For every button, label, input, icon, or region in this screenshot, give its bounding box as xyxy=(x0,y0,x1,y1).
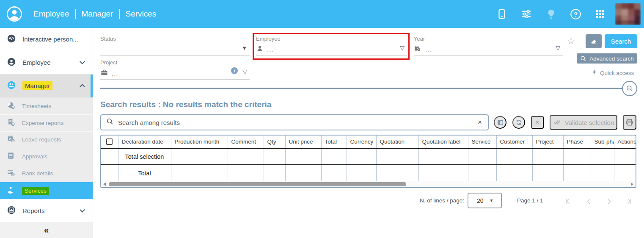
column-header[interactable]: Comment xyxy=(228,136,264,148)
sidebar-item-label: Reports xyxy=(22,207,45,214)
apps-grid-button[interactable] xyxy=(591,5,609,23)
dropdown-caret-icon: ▼ xyxy=(242,45,247,51)
user-circle-icon xyxy=(6,6,22,22)
column-header[interactable]: Unit price xyxy=(285,136,321,148)
calendar-clock-icon xyxy=(414,45,422,54)
last-page-button[interactable] xyxy=(624,196,634,206)
collapse-search-panel-button[interactable] xyxy=(622,81,637,96)
results-table: Declaration date Production month Commen… xyxy=(100,135,636,188)
validate-selection-label: Validate selection xyxy=(565,119,614,126)
select-all-checkbox-cell xyxy=(101,136,118,148)
sidebar-item-label: Services xyxy=(22,187,49,195)
validate-selection-button[interactable]: Validate selection xyxy=(550,115,617,130)
sidebar-item-employee[interactable]: Employee xyxy=(0,51,93,75)
scroll-left-arrow[interactable] xyxy=(103,183,106,186)
sidebar-item-label: Expense reports xyxy=(22,120,63,126)
lines-per-page-select[interactable]: 20 ▼ xyxy=(468,193,502,208)
employee-filter[interactable]: Employee ... ▽ xyxy=(256,34,407,56)
sidebar-collapse-button[interactable]: « xyxy=(0,222,93,238)
dropdown-caret-icon: ▽ xyxy=(242,68,247,75)
column-header[interactable]: Declaration date xyxy=(118,136,171,148)
select-all-checkbox[interactable] xyxy=(106,138,113,145)
mobile-app-button[interactable] xyxy=(493,5,511,23)
column-header[interactable]: Qty xyxy=(264,136,285,148)
status-filter[interactable]: Status ▼ xyxy=(100,34,250,56)
column-header[interactable]: Actions xyxy=(614,136,636,148)
info-icon[interactable]: i xyxy=(231,67,238,74)
clear-filters-button[interactable] xyxy=(586,34,602,48)
bar-chart-icon xyxy=(7,205,16,216)
chevron-down-icon xyxy=(80,59,85,64)
column-settings-button[interactable] xyxy=(494,116,506,129)
sidebar-item-reports[interactable]: Reports xyxy=(0,199,93,222)
sidebar-item-expense-reports[interactable]: Expense reports xyxy=(0,115,93,132)
column-header[interactable]: Phase xyxy=(563,136,591,148)
sidebar-item-label: Interactive person... xyxy=(22,36,78,43)
dropdown-caret-icon: ▽ xyxy=(400,44,405,51)
sidebar-item-timesheets[interactable]: Timesheets xyxy=(0,98,93,115)
dropdown-caret-icon: ▼ xyxy=(490,198,494,203)
previous-page-button[interactable] xyxy=(583,196,594,206)
sidebar-item-label: Employee xyxy=(22,59,51,66)
sidebar-item-approvals[interactable]: Approvals xyxy=(0,148,93,165)
quick-access-button[interactable]: Quick access xyxy=(591,69,634,77)
dropdown-caret-icon: ▽ xyxy=(556,44,560,51)
favorite-star-icon[interactable]: ☆ xyxy=(567,36,575,47)
results-search-input[interactable] xyxy=(118,119,478,126)
next-page-button[interactable] xyxy=(604,196,614,206)
sidebar-item-manager[interactable]: Manager xyxy=(0,75,93,98)
project-filter[interactable]: Project ... i ▽ xyxy=(100,58,250,80)
sidebar-item-label: Manager xyxy=(22,81,52,90)
lightbulb-icon[interactable] xyxy=(542,5,560,23)
column-header[interactable]: Project xyxy=(532,136,563,148)
column-header[interactable]: Production month xyxy=(171,136,228,148)
sidebar-item-services[interactable]: Services xyxy=(0,182,93,199)
receipt-icon xyxy=(7,118,15,128)
scrollbar-thumb[interactable] xyxy=(109,182,406,186)
year-filter[interactable]: Year ... ▽ xyxy=(414,34,563,56)
help-button[interactable]: ? xyxy=(566,5,585,23)
column-header[interactable]: Customer xyxy=(496,136,532,148)
refresh-button[interactable] xyxy=(512,116,525,129)
app-window: Employee Manager Services ? xyxy=(0,0,644,238)
breadcrumb-employee[interactable]: Employee xyxy=(28,9,75,19)
deselect-button[interactable]: × xyxy=(531,116,544,129)
top-bar: Employee Manager Services ? xyxy=(0,0,644,28)
svg-text:?: ? xyxy=(573,10,577,17)
first-page-button[interactable] xyxy=(563,196,573,206)
status-filter-label: Status xyxy=(100,34,250,42)
sidebar-item-label: Leave requests xyxy=(22,136,61,143)
collapse-chevrons-icon: « xyxy=(44,225,49,235)
column-header[interactable]: Service xyxy=(468,136,496,148)
column-header[interactable]: Quotation label xyxy=(418,136,468,148)
avatar[interactable] xyxy=(615,3,641,25)
breadcrumb: Employee Manager Services xyxy=(28,9,162,19)
column-header[interactable]: Sub-phase xyxy=(591,136,614,148)
column-header[interactable]: Quotation xyxy=(376,136,418,148)
sidebar: Interactive person... Employee Manager T… xyxy=(0,28,93,238)
print-button[interactable] xyxy=(623,115,636,130)
person-icon xyxy=(256,45,264,54)
sidebar-item-bank-details[interactable]: Bank details xyxy=(0,165,93,182)
column-header[interactable]: Total xyxy=(321,136,347,148)
employee-filter-value: ... xyxy=(267,46,274,53)
breadcrumb-manager[interactable]: Manager xyxy=(76,9,119,19)
total-row: Total xyxy=(101,165,636,181)
timesheet-clock-icon xyxy=(7,101,15,111)
scroll-right-arrow[interactable] xyxy=(631,183,633,186)
sidebar-item-interactive-person[interactable]: Interactive person... xyxy=(0,28,93,51)
sidebar-item-leave-requests[interactable]: Leave requests xyxy=(0,132,93,149)
advanced-search-button[interactable]: Advanced search xyxy=(577,53,637,64)
total-label: Total xyxy=(118,165,171,181)
settings-sliders-button[interactable] xyxy=(517,5,536,23)
person-icon xyxy=(7,57,16,68)
service-hand-icon xyxy=(7,186,15,196)
year-filter-label: Year xyxy=(414,34,563,42)
column-header[interactable]: Currency xyxy=(347,136,376,148)
breadcrumb-services[interactable]: Services xyxy=(120,9,162,19)
clear-search-icon[interactable]: × xyxy=(478,118,482,127)
search-button[interactable]: Search xyxy=(605,34,637,48)
chevron-up-icon xyxy=(80,84,85,89)
quick-access-label: Quick access xyxy=(600,70,634,76)
top-actions: ? xyxy=(493,0,644,28)
